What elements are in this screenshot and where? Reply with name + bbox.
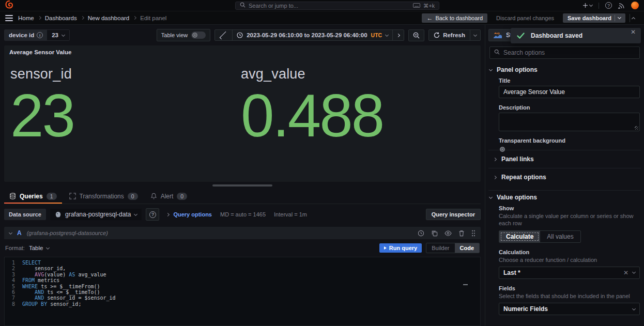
code-line[interactable]: 8GROUP BY sensor_id;: [5, 301, 480, 307]
toast-notification: Dashboard saved ✕: [511, 28, 641, 43]
refresh-icon: [434, 32, 440, 38]
editor-mode-toggle: Builder Code: [426, 243, 480, 253]
show-option-calculate[interactable]: Calculate: [499, 231, 540, 242]
code-mode-button[interactable]: Code: [455, 243, 480, 253]
chevron-right-icon: [38, 16, 41, 20]
query-options-toggle[interactable]: Query options: [166, 211, 212, 218]
chevron-down-icon: [46, 245, 50, 249]
chevron-down-icon: [385, 33, 389, 36]
panel-resize-handle[interactable]: [212, 184, 272, 187]
query-collapse-chevron[interactable]: [9, 230, 12, 234]
options-sidebar: Stat Dashboard saved ✕ Panel options Tit…: [485, 25, 644, 326]
code-line[interactable]: 2 sensor_id,: [5, 266, 480, 271]
zoom-out-icon: [413, 32, 420, 39]
copy-icon[interactable]: [431, 230, 438, 237]
variable-device-id: device id i 23: [4, 29, 70, 41]
search-icon: [240, 2, 246, 9]
stat-avg-value: avg_value 0.488: [241, 66, 471, 146]
trash-icon[interactable]: [458, 230, 465, 237]
code-line[interactable]: 3 AVG(value) AS avg_value: [5, 272, 480, 277]
breadcrumb-item-dashboards[interactable]: Dashboards: [45, 15, 77, 21]
breadcrumb-item-edit-panel: Edit panel: [140, 15, 166, 21]
global-search-input[interactable]: [249, 3, 410, 9]
query-format-row: Format: Table Run query Builder Code: [4, 239, 481, 257]
check-icon: [517, 33, 525, 39]
chevron-down-icon: [62, 33, 65, 36]
show-description: Calculate a single value per column or s…: [499, 212, 640, 227]
time-back-button[interactable]: [215, 30, 233, 40]
time-range-picker[interactable]: 2023-05-29 06:10:00 to 2023-05-29 06:40:…: [233, 30, 393, 40]
fields-description: Select the fields that should be include…: [499, 292, 640, 300]
chevron-down-icon: [134, 212, 137, 215]
divider: [615, 15, 615, 21]
count-badge: 1: [47, 193, 57, 200]
options-search[interactable]: [489, 46, 640, 59]
code-line[interactable]: 1SELECT: [5, 260, 480, 266]
discard-panel-changes-button[interactable]: Discard panel changes: [492, 13, 559, 23]
value-options-header[interactable]: Value options: [488, 191, 641, 203]
collapse-toolbar-button[interactable]: [630, 14, 639, 22]
help-icon: ?: [149, 211, 156, 218]
query-inspector-button[interactable]: Query inspector: [426, 209, 481, 220]
table-view-toggle[interactable]: [191, 32, 206, 39]
clear-icon[interactable]: ✕: [623, 269, 628, 276]
panel-preview: Average Sensor Value sensor_id 23 avg_va…: [4, 45, 481, 182]
chevron-down-icon: [489, 67, 493, 71]
back-to-dashboard-button[interactable]: ← Back to dashboard: [422, 13, 487, 23]
panel-links-section[interactable]: Panel links: [488, 150, 641, 168]
datasource-help-button[interactable]: ?: [146, 208, 159, 221]
datasource-picker[interactable]: grafana-postgresql-data: [50, 209, 142, 220]
tab-queries[interactable]: Queries 1: [4, 189, 62, 204]
tab-alert[interactable]: Alert 0: [145, 189, 193, 204]
code-line[interactable]: 6 AND ts <= $__timeTo(): [5, 289, 480, 295]
database-icon: [9, 193, 16, 199]
global-search[interactable]: ⌘+k: [235, 2, 439, 10]
breadcrumb-item-home[interactable]: Home: [18, 15, 34, 21]
add-button[interactable]: [582, 3, 592, 8]
code-line[interactable]: 4FROM metrics: [5, 277, 480, 283]
time-forward-button[interactable]: [393, 30, 404, 40]
transparent-background-label: Transparent background: [499, 137, 640, 144]
toast-close-button[interactable]: ✕: [631, 29, 636, 35]
calculation-select[interactable]: Last * ✕: [499, 267, 640, 279]
variable-value-picker[interactable]: 23: [47, 30, 69, 40]
clock-icon: [237, 32, 243, 38]
save-dashboard-button[interactable]: Save dashboard: [563, 13, 625, 23]
fields-select[interactable]: Numeric Fields: [499, 303, 640, 315]
chevron-right-icon: [166, 212, 170, 216]
sql-code-editor[interactable]: 1SELECT2 sensor_id,3 AVG(value) AS avg_v…: [4, 257, 481, 326]
breadcrumb-item-new-dashboard[interactable]: New dashboard: [88, 15, 130, 21]
builder-mode-button[interactable]: Builder: [426, 243, 454, 253]
count-badge: 0: [177, 193, 187, 200]
menu-toggle[interactable]: [5, 15, 13, 21]
refresh-interval-caret[interactable]: [470, 30, 480, 40]
tab-transformations[interactable]: Transformations 0: [64, 189, 143, 204]
code-line[interactable]: 7 AND sensor_id = $sensor_id: [5, 295, 480, 301]
chevron-up-icon: [632, 17, 635, 20]
user-avatar[interactable]: [631, 2, 639, 9]
repeat-options-section[interactable]: Repeat options: [488, 168, 641, 186]
refresh-button[interactable]: Refresh: [429, 30, 470, 40]
show-label: Show: [499, 205, 640, 211]
help-button[interactable]: ?: [605, 2, 612, 9]
drag-handle-icon[interactable]: [471, 230, 476, 237]
panel-title-input[interactable]: [503, 88, 635, 96]
chevron-down-icon[interactable]: [618, 15, 621, 19]
time-zoom-out-button[interactable]: [408, 29, 424, 41]
sub-nav: Home Dashboards New dashboard Edit panel…: [0, 11, 644, 25]
interval: Interval = 1m: [274, 211, 307, 218]
panel-options-header[interactable]: Panel options: [488, 60, 641, 75]
code-line[interactable]: 5WHERE ts >= $__timeFrom(): [5, 284, 480, 289]
show-option-all-values[interactable]: All values: [540, 231, 580, 242]
run-query-button[interactable]: Run query: [379, 243, 422, 253]
divider: [599, 3, 599, 9]
options-search-input[interactable]: [503, 49, 635, 56]
eye-icon[interactable]: [444, 230, 452, 236]
fields-label: Fields: [499, 285, 640, 291]
chevron-left-icon: [220, 31, 228, 39]
news-button[interactable]: [618, 3, 625, 9]
panel-description-textarea[interactable]: [499, 113, 640, 131]
history-icon[interactable]: [418, 230, 424, 237]
count-badge: 0: [128, 193, 138, 200]
format-select[interactable]: Table: [29, 245, 50, 251]
